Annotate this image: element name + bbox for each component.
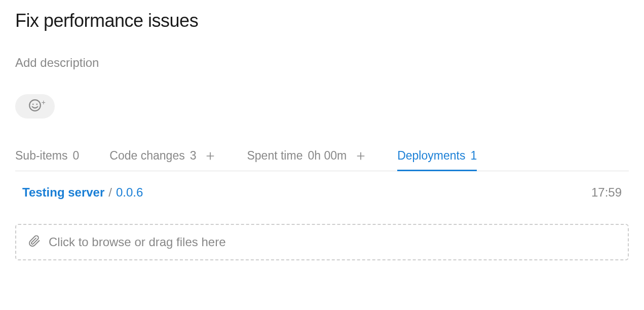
svg-point-0	[29, 100, 41, 111]
tab-label: Code changes	[109, 149, 184, 163]
tab-label: Spent time	[247, 149, 302, 163]
paperclip-icon	[28, 235, 41, 249]
tab-code-changes[interactable]: Code changes 3	[109, 149, 216, 171]
deployment-row: Testing server / 0.0.6 17:59	[15, 171, 629, 208]
svg-point-2	[36, 104, 37, 105]
svg-point-1	[32, 104, 34, 105]
smiley-icon	[28, 99, 42, 114]
tabs-bar: Sub-items 0 Code changes 3 Spent time 0h…	[15, 149, 629, 171]
separator: /	[108, 185, 112, 200]
add-reaction-button[interactable]: +	[15, 94, 55, 119]
tab-count: 1	[470, 149, 477, 163]
file-drop-zone[interactable]: Click to browse or drag files here	[15, 224, 629, 260]
tab-count: 0	[73, 149, 80, 163]
deployment-version-link[interactable]: 0.0.6	[116, 185, 143, 200]
tab-label: Deployments	[397, 149, 465, 163]
plus-icon: +	[42, 98, 46, 106]
deployment-info: Testing server / 0.0.6	[22, 185, 143, 200]
add-spent-time-button[interactable]	[355, 150, 367, 162]
tab-count: 3	[190, 149, 197, 163]
deployment-server-link[interactable]: Testing server	[22, 185, 104, 200]
description-field[interactable]: Add description	[15, 56, 629, 70]
deployment-time: 17:59	[591, 185, 622, 200]
tab-sub-items[interactable]: Sub-items 0	[15, 149, 79, 171]
file-drop-text: Click to browse or drag files here	[49, 235, 225, 249]
tab-label: Sub-items	[15, 149, 68, 163]
tab-value: 0h 00m	[308, 149, 347, 163]
add-code-change-button[interactable]	[204, 150, 216, 162]
tab-deployments[interactable]: Deployments 1	[397, 149, 477, 171]
issue-title[interactable]: Fix performance issues	[15, 10, 629, 31]
tab-spent-time[interactable]: Spent time 0h 00m	[247, 149, 367, 171]
